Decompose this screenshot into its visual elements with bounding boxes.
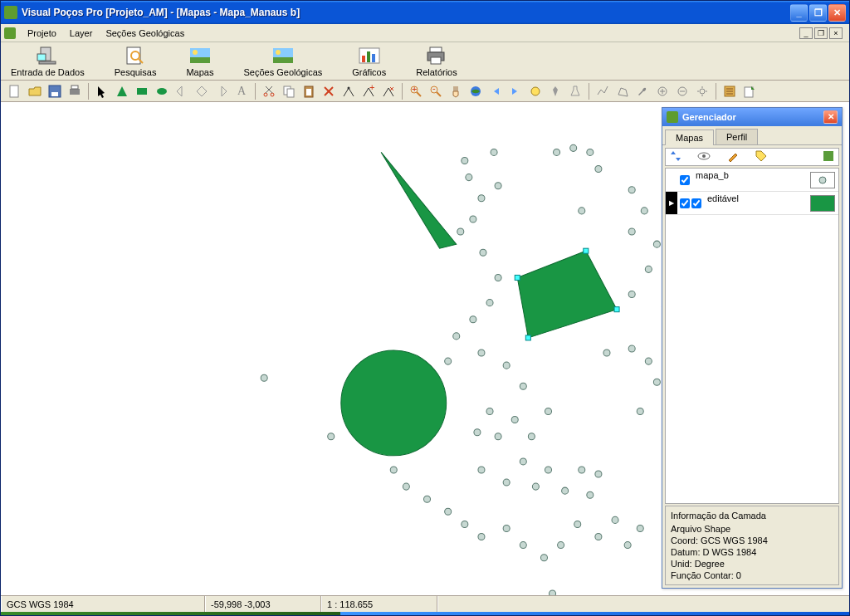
cut-icon[interactable] — [260, 82, 278, 100]
tab-mapas[interactable]: Mapas — [665, 130, 714, 145]
open-icon[interactable] — [26, 82, 44, 100]
paste-icon[interactable] — [300, 82, 318, 100]
menu-secoes[interactable]: Seções Geológicas — [99, 27, 191, 40]
identify-icon[interactable] — [526, 82, 545, 100]
pin-icon[interactable] — [546, 82, 564, 100]
mdi-restore[interactable]: ❐ — [814, 27, 828, 39]
svg-point-100 — [462, 521, 468, 527]
svg-point-112 — [570, 144, 577, 151]
info-line: Arquivo Shape — [671, 523, 833, 535]
map-canvas-area[interactable]: Gerenciador ✕ Mapas Perfil — [1, 102, 849, 595]
flask-icon[interactable] — [566, 82, 584, 100]
svg-point-98 — [423, 496, 430, 502]
layer-row[interactable]: ▶ editável — [666, 192, 838, 215]
btn-entrada-dados[interactable]: Entrada de Dados — [4, 43, 91, 79]
svg-point-27 — [271, 93, 274, 96]
pan-icon[interactable] — [447, 82, 465, 100]
arrow-right-icon[interactable] — [506, 82, 525, 100]
node-edit-icon[interactable] — [340, 82, 358, 100]
export-icon[interactable] — [740, 82, 759, 100]
print-icon[interactable] — [66, 82, 84, 100]
diamond-icon[interactable] — [193, 82, 211, 100]
info-heading: Informação da Camada — [671, 510, 833, 523]
btn-label: Entrada de Dados — [11, 67, 85, 77]
new-icon[interactable] — [6, 82, 24, 100]
tab-perfil[interactable]: Perfil — [716, 129, 758, 144]
diamond-right-icon[interactable] — [212, 82, 231, 100]
maximize-button[interactable]: ❐ — [809, 4, 827, 22]
ellipse-icon[interactable] — [153, 82, 171, 100]
layer-swatch[interactable] — [810, 195, 835, 212]
svg-point-82 — [474, 429, 481, 436]
visible-checkbox[interactable] — [680, 175, 690, 185]
svg-point-25 — [157, 88, 167, 95]
svg-point-71 — [470, 216, 476, 222]
circle-minus-icon[interactable] — [673, 82, 691, 100]
menu-projeto[interactable]: Projeto — [21, 27, 63, 40]
computer-icon — [36, 45, 59, 66]
diamond-left-icon[interactable] — [173, 82, 191, 100]
svg-point-140 — [702, 154, 706, 158]
delete-icon[interactable] — [320, 82, 338, 100]
circle-plus-icon[interactable] — [653, 82, 672, 100]
text-icon[interactable]: A — [232, 82, 251, 100]
svg-rect-24 — [137, 88, 147, 95]
zoom-out-icon[interactable]: - — [427, 82, 445, 100]
copy-icon[interactable] — [280, 82, 298, 100]
svg-point-72 — [457, 228, 464, 235]
layer-name: mapa_b — [692, 169, 810, 180]
svg-point-65 — [445, 358, 452, 364]
svg-point-26 — [264, 93, 267, 96]
menu-layer[interactable]: Layer — [63, 27, 100, 40]
triangle-icon[interactable] — [113, 82, 131, 100]
panel-close-button[interactable]: ✕ — [823, 110, 838, 124]
svg-point-76 — [470, 316, 476, 323]
row-selector: ▶ — [666, 192, 677, 214]
visible-checkbox[interactable] — [680, 198, 690, 208]
minimize-button[interactable]: _ — [790, 4, 808, 22]
svg-rect-18 — [431, 57, 441, 64]
node-add-icon[interactable]: + — [359, 82, 378, 100]
zoom-in-icon[interactable]: + — [407, 82, 425, 100]
svg-rect-3 — [127, 47, 140, 64]
eye-icon — [697, 152, 711, 162]
svg-point-66 — [462, 157, 468, 164]
layer-swatch[interactable] — [810, 172, 835, 188]
polygon-icon[interactable] — [613, 82, 632, 100]
save-icon[interactable] — [46, 82, 64, 100]
close-button[interactable]: ✕ — [828, 4, 846, 22]
status-coords: -59,998 -3,003 — [205, 596, 321, 612]
gear-arrows-icon[interactable] — [693, 82, 711, 100]
pointer-icon[interactable] — [93, 82, 111, 100]
svg-point-95 — [595, 471, 602, 477]
node-del-icon[interactable] — [379, 82, 398, 100]
svg-rect-62 — [525, 335, 530, 340]
layer-add-icon[interactable] — [823, 151, 833, 163]
svg-point-133 — [637, 408, 643, 414]
layer-row[interactable]: mapa_b — [666, 169, 838, 192]
btn-pesquisas[interactable]: Pesquisas — [108, 43, 164, 79]
svg-point-84 — [511, 417, 518, 423]
panel-titlebar[interactable]: Gerenciador ✕ — [662, 108, 842, 126]
scatter-points — [261, 144, 702, 595]
mdi-minimize[interactable]: _ — [799, 27, 813, 39]
order-icon[interactable] — [671, 150, 681, 164]
statusbar: GCS WGS 1984 -59,998 -3,003 1 : 118.655 — [1, 595, 849, 612]
btn-graficos[interactable]: Gráficos — [345, 43, 393, 79]
arrow-left-icon[interactable] — [486, 82, 505, 100]
btn-secoes-geologicas[interactable]: Seções Geológicas — [237, 43, 329, 79]
btn-mapas[interactable]: Mapas — [179, 43, 220, 79]
globe-icon[interactable] — [467, 82, 485, 100]
svg-point-114 — [595, 166, 602, 173]
wrench-icon[interactable] — [633, 82, 652, 100]
rect-icon[interactable] — [133, 82, 151, 100]
svg-point-11 — [276, 50, 281, 55]
list-icon[interactable] — [721, 82, 739, 100]
btn-relatorios[interactable]: Relatórios — [409, 43, 464, 79]
svg-point-94 — [587, 491, 594, 498]
svg-point-83 — [495, 433, 501, 440]
editable-checkbox[interactable] — [691, 198, 701, 208]
mdi-close[interactable]: × — [829, 27, 843, 39]
svg-point-119 — [653, 241, 660, 247]
polyline-icon[interactable] — [594, 82, 612, 100]
